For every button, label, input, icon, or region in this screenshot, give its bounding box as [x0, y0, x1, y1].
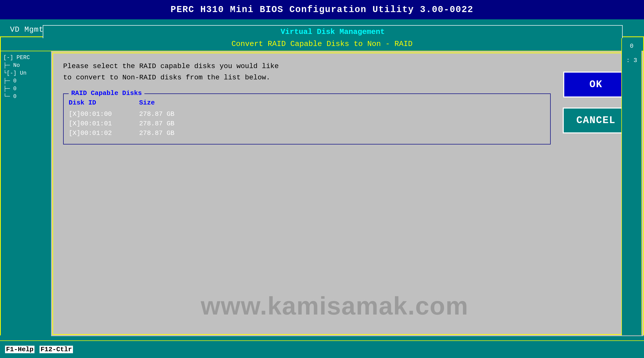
- disk-size-2: 278.87 GB: [139, 129, 179, 137]
- status-f12: F12-Ctlr: [39, 346, 73, 353]
- disk-table: Disk ID Size [X]00:01:00 278.87 GB [X]00…: [69, 99, 545, 137]
- desc-line1: Please select the RAID capable disks you…: [63, 61, 551, 72]
- sidebar-disk0b: ├─ 0: [2, 85, 49, 93]
- disk-size-0: 278.87 GB: [139, 110, 179, 118]
- sidebar-disk0c: └─ 0: [2, 93, 49, 100]
- left-panel: Please select the RAID capable disks you…: [63, 61, 551, 144]
- status-f1: F1-Help: [5, 346, 34, 353]
- title-text: PERC H310 Mini BIOS Configuration Utilit…: [171, 5, 473, 15]
- main-content: Convert RAID Capable Disks to Non - RAID…: [0, 36, 644, 335]
- section-title: Convert RAID Capable Disks to Non - RAID: [1, 37, 643, 51]
- table-row: [X]00:01:02 278.87 GB: [69, 129, 545, 137]
- table-row: [X]00:01:01 278.87 GB: [69, 120, 545, 127]
- right-info-item1: 0: [630, 43, 633, 49]
- sidebar: [-] PERC ├─ No └[-] Un ├─ 0 ├─ 0 └─ 0: [1, 51, 51, 336]
- right-info: 0 : 3: [621, 38, 641, 335]
- description-text: Please select the RAID capable disks you…: [63, 61, 551, 83]
- desc-line2: to convert to Non-RAID disks from the li…: [63, 72, 551, 83]
- vd-title: Virtual Disk Management: [43, 26, 622, 38]
- content-area: [-] PERC ├─ No └[-] Un ├─ 0 ├─ 0 └─ 0: [1, 51, 643, 336]
- sidebar-perc: [-] PERC: [2, 54, 49, 62]
- right-panel: OK CANCEL: [561, 61, 631, 144]
- sidebar-disk0a: ├─ 0: [2, 77, 49, 85]
- col-header-size: Size: [139, 99, 179, 107]
- disk-id-2[interactable]: [X]00:01:02: [69, 129, 119, 137]
- vd-title-bar: Virtual Disk Management: [43, 25, 623, 38]
- sidebar-no: ├─ No: [2, 62, 49, 69]
- raid-disks-legend: RAID Capable Disks: [69, 89, 144, 97]
- disk-table-header: Disk ID Size: [69, 99, 545, 107]
- right-info-item2: : 3: [626, 57, 637, 64]
- disk-id-0[interactable]: [X]00:01:00: [69, 110, 119, 118]
- dialog-area: Please select the RAID capable disks you…: [52, 53, 642, 335]
- table-row: [X]00:01:00 278.87 GB: [69, 110, 545, 118]
- dialog-body: Please select the RAID capable disks you…: [63, 61, 631, 144]
- disk-size-1: 278.87 GB: [139, 120, 179, 127]
- ok-button[interactable]: OK: [563, 72, 629, 97]
- raid-disks-box: RAID Capable Disks Disk ID Size [X]00:01…: [63, 93, 551, 144]
- screen: PERC H310 Mini BIOS Configuration Utilit…: [0, 0, 644, 358]
- app-title: PERC H310 Mini BIOS Configuration Utilit…: [0, 0, 644, 19]
- cancel-button[interactable]: CANCEL: [563, 108, 629, 133]
- sidebar-un: └[-] Un: [2, 69, 49, 77]
- col-header-diskid: Disk ID: [69, 99, 119, 107]
- disk-id-1[interactable]: [X]00:01:01: [69, 120, 119, 127]
- status-bar: F1-Help F12-Ctlr: [0, 340, 644, 358]
